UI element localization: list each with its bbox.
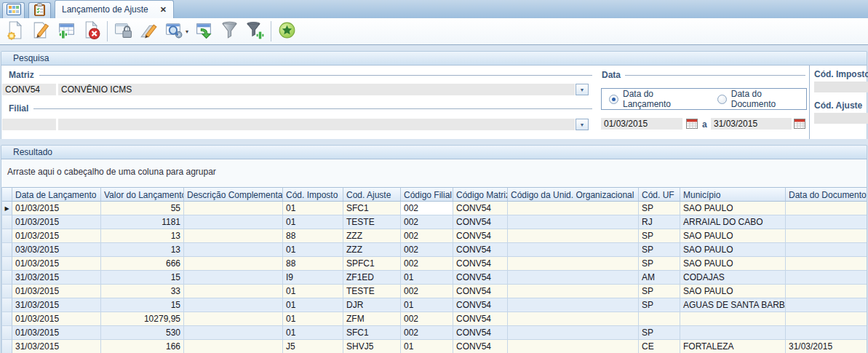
row-indicator[interactable] (2, 243, 12, 257)
grid-cell[interactable] (786, 298, 867, 312)
grid-cell[interactable]: 666 (101, 257, 184, 271)
grid-cell[interactable]: 01/03/2015 (12, 326, 101, 340)
grid-cell[interactable]: AGUAS DE SANTA BARBARA (680, 298, 786, 312)
matriz-code-field[interactable] (2, 84, 56, 95)
grid-cell[interactable]: CODAJAS (680, 271, 786, 285)
delete-button[interactable] (79, 19, 104, 44)
grid-cell[interactable]: 13 (101, 243, 184, 257)
grid-cell[interactable]: 31/03/2015 (12, 271, 101, 285)
row-indicator[interactable] (2, 215, 12, 229)
edit-button[interactable] (28, 19, 53, 44)
grid-cell[interactable]: CONV54 (453, 229, 508, 243)
insert-row-button[interactable] (53, 19, 79, 44)
table-row[interactable]: 01/03/20153301TESTE002CONV54SPSAO PAULO (2, 285, 867, 298)
group-by-hint[interactable]: Arraste aqui o cabeçalho de uma coluna p… (7, 167, 216, 177)
grid-cell[interactable]: SP (639, 257, 680, 271)
grid-cell[interactable] (508, 257, 639, 271)
grid-cell[interactable]: 31/03/2015 (12, 298, 101, 312)
tab-tasks[interactable] (28, 2, 51, 18)
grid-cell[interactable] (508, 229, 639, 243)
grid-cell[interactable]: 01 (283, 243, 343, 257)
calendar-icon[interactable] (686, 118, 698, 131)
row-indicator[interactable] (2, 312, 12, 326)
grid-cell[interactable]: CONV54 (453, 271, 508, 285)
grid-cell[interactable]: ARRAIAL DO CABO (680, 215, 786, 229)
grid-cell[interactable] (508, 285, 639, 298)
grid-cell[interactable] (786, 326, 867, 340)
grid-cell[interactable]: 530 (101, 326, 184, 340)
grid-cell[interactable] (508, 271, 639, 285)
grid-cell[interactable]: CE (639, 340, 680, 353)
column-header[interactable]: Município (680, 187, 786, 202)
grid-cell[interactable] (508, 298, 639, 312)
grid-cell[interactable]: SP (639, 202, 680, 215)
grid-cell[interactable] (508, 215, 639, 229)
grid-cell[interactable]: SHVJ5 (343, 340, 401, 353)
grid-cell[interactable] (508, 243, 639, 257)
grid-cell[interactable]: CONV54 (453, 202, 508, 215)
grid-cell[interactable]: 01 (283, 285, 343, 298)
column-header[interactable]: Cód. Imposto (283, 187, 343, 202)
grid-cell[interactable]: ZF1ED (343, 271, 401, 285)
grid-cell[interactable]: 002 (401, 202, 453, 215)
cod-ajuste-field[interactable] (814, 113, 868, 124)
grid-cell[interactable]: TESTE (343, 285, 401, 298)
grid-cell[interactable]: SP (639, 243, 680, 257)
grid-cell[interactable] (184, 215, 283, 229)
grid-cell[interactable] (639, 312, 680, 326)
grid-cell[interactable]: 01/03/2015 (12, 285, 101, 298)
grid-cell[interactable]: AM (639, 271, 680, 285)
grid-cell[interactable]: CONV54 (453, 326, 508, 340)
table-row[interactable]: 01/03/201566688SPFC1002CONV54SPSAO PAULO (2, 257, 867, 271)
grid-cell[interactable]: 31/03/2015 (12, 340, 101, 353)
grid-cell[interactable]: SP (639, 285, 680, 298)
grid-cell[interactable]: SAO PAULO (680, 257, 786, 271)
table-row[interactable]: ▶01/03/20155501SFC1002CONV54SPSAO PAULO (2, 202, 867, 215)
grid-cell[interactable]: 01/03/2015 (12, 312, 101, 326)
grid-cell[interactable]: 88 (283, 257, 343, 271)
grid-cell[interactable]: SFC1 (343, 202, 401, 215)
radio-data-lancamento[interactable]: Data do Lançamento (609, 89, 701, 109)
grid-cell[interactable]: 002 (401, 229, 453, 243)
grid-cell[interactable]: 002 (401, 243, 453, 257)
grid-cell[interactable]: CONV54 (453, 340, 508, 353)
grid-cell[interactable]: ZFM (343, 312, 401, 326)
grid-cell[interactable] (184, 271, 283, 285)
grid-cell[interactable]: 01 (283, 298, 343, 312)
row-indicator[interactable] (2, 229, 12, 243)
filial-dropdown-button[interactable]: ▼ (576, 119, 589, 130)
grid-cell[interactable]: TESTE (343, 215, 401, 229)
add-filter-button[interactable] (242, 19, 268, 44)
table-row[interactable]: 31/03/2015166J5SHVJ501CONV54CEFORTALEZA3… (2, 340, 867, 353)
cod-imposto-field[interactable] (814, 82, 868, 92)
grid-cell[interactable] (786, 215, 867, 229)
grid-cell[interactable] (786, 243, 867, 257)
grid-cell[interactable]: SP (639, 298, 680, 312)
grid-cell[interactable]: 31/03/2015 (786, 340, 867, 353)
grid-cell[interactable] (508, 312, 639, 326)
row-indicator[interactable] (2, 271, 12, 285)
grid-cell[interactable]: 01/03/2015 (12, 229, 101, 243)
filial-description-field[interactable] (58, 119, 575, 130)
grid-cell[interactable] (184, 326, 283, 340)
table-row[interactable]: 01/03/201553001SFC1002CONV54SP (2, 326, 867, 340)
grid-cell[interactable]: 01 (283, 326, 343, 340)
tab-lancamento-de-ajuste[interactable]: Lançamento de Ajuste ✕ (55, 0, 174, 18)
pesquisa-group-header[interactable]: Pesquisa (1, 51, 867, 66)
grid-cell[interactable]: 88 (283, 229, 343, 243)
column-header[interactable]: Descrição Complementar (184, 187, 283, 202)
grid-cell[interactable] (184, 285, 283, 298)
grid-cell[interactable]: CONV54 (453, 285, 508, 298)
grid-cell[interactable] (680, 312, 786, 326)
favorite-button[interactable] (274, 19, 300, 44)
grid-cell[interactable]: FORTALEZA (680, 340, 786, 353)
radio-data-documento[interactable]: Data do Documento (717, 89, 806, 109)
grid-cell[interactable] (786, 271, 867, 285)
grid-cell[interactable] (508, 326, 639, 340)
date-from-field[interactable] (601, 118, 682, 130)
grid-cell[interactable] (680, 326, 786, 340)
calendar-icon[interactable] (794, 118, 805, 131)
grid-cell[interactable]: SAO PAULO (680, 202, 786, 215)
grid-cell[interactable]: 01 (283, 312, 343, 326)
grid-cell[interactable]: SAO PAULO (680, 285, 786, 298)
